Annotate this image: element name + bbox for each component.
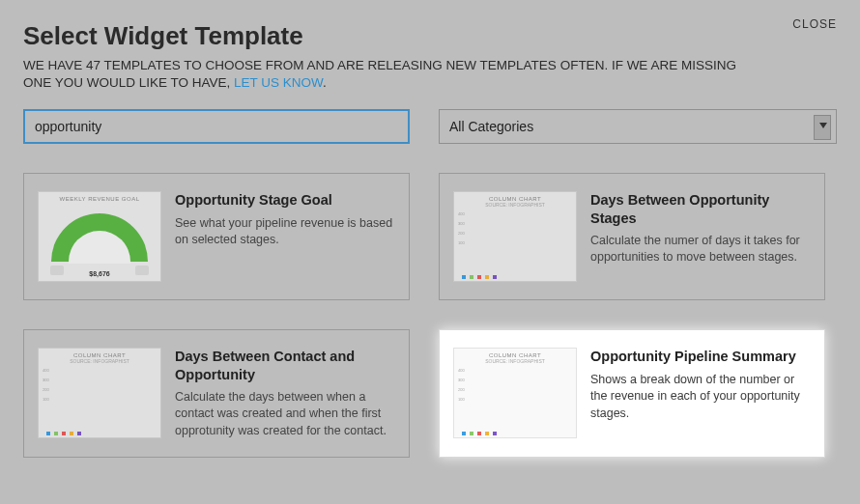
card-description: Calculate the days between when a contac…	[175, 389, 395, 440]
modal-subtitle: WE HAVE 47 TEMPLATES TO CHOOSE FROM AND …	[23, 57, 758, 92]
modal-title: Select Widget Template	[23, 21, 837, 51]
category-select[interactable]: All Categories	[439, 109, 837, 144]
column-chart-thumbnail: COLUMN CHART SOURCE: INFOGRAPHIST 400300…	[38, 348, 161, 438]
card-description: Calculate the numer of days it takes for…	[590, 233, 811, 266]
template-card[interactable]: COLUMN CHART SOURCE: INFOGRAPHIST 400300…	[23, 329, 410, 458]
template-card[interactable]: COLUMN CHART SOURCE: INFOGRAPHIST 400300…	[439, 329, 825, 458]
card-description: Shows a break down of the number or the …	[590, 372, 811, 423]
card-title: Opportunity Pipeline Summary	[590, 348, 811, 365]
search-input[interactable]	[23, 109, 410, 144]
card-description: See what your pipeline revenue is based …	[175, 215, 395, 249]
template-card[interactable]: COLUMN CHART SOURCE: INFOGRAPHIST 400300…	[439, 173, 825, 300]
subtitle-text-post: .	[323, 75, 327, 90]
column-chart-thumbnail: COLUMN CHART SOURCE: INFOGRAPHIST 400300…	[453, 191, 577, 282]
close-button[interactable]: CLOSE	[792, 17, 837, 31]
subtitle-text-pre: WE HAVE 47 TEMPLATES TO CHOOSE FROM AND …	[23, 58, 736, 90]
card-title: Days Between Opportunity Stages	[590, 191, 811, 226]
column-chart-thumbnail: COLUMN CHART SOURCE: INFOGRAPHIST 400300…	[453, 348, 577, 438]
gauge-thumbnail: WEEKLY REVENUE GOAL $8,676	[38, 191, 161, 282]
let-us-know-link[interactable]: LET US KNOW	[234, 75, 323, 90]
card-title: Opportunity Stage Goal	[175, 191, 395, 209]
template-card[interactable]: WEEKLY REVENUE GOAL $8,676 Opportunity S…	[23, 173, 410, 300]
card-title: Days Between Contact and Opportunity	[175, 348, 395, 382]
